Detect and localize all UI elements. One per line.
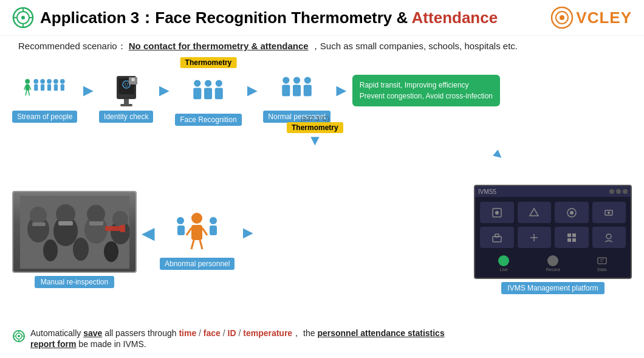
device-icon (108, 71, 145, 108)
svg-line-69 (200, 240, 202, 249)
svg-rect-17 (34, 84, 38, 91)
arrow-left-1: ◀ (142, 223, 155, 243)
ivms-cell-6 (518, 227, 552, 248)
svg-rect-56 (89, 221, 103, 225)
svg-point-35 (194, 80, 200, 86)
ivms-cell-5 (480, 227, 514, 248)
svg-rect-25 (60, 84, 64, 91)
normal-people-icon (276, 72, 318, 106)
svg-rect-36 (193, 88, 201, 100)
compass-icon (12, 7, 34, 29)
svg-rect-11 (26, 84, 29, 91)
svg-rect-82 (495, 234, 499, 237)
arrow-3: ► (244, 81, 261, 100)
svg-point-9 (560, 15, 564, 20)
svg-point-61 (104, 241, 118, 262)
ivms-cell-7 (555, 227, 589, 248)
header: Application 3：Face Recognition Thermomet… (0, 0, 644, 36)
svg-rect-40 (215, 88, 223, 100)
svg-rect-73 (210, 225, 217, 235)
diagram: Stream of people ► (0, 57, 644, 337)
ivms-screen: IVMS5 (474, 185, 632, 279)
svg-rect-50 (32, 222, 46, 226)
svg-rect-38 (204, 88, 212, 100)
ivms-cell-3 (555, 202, 589, 223)
svg-rect-53 (58, 221, 73, 225)
eye-icon (12, 329, 26, 343)
arrow-right-5: ► (239, 223, 256, 243)
thermo-badge-top: Thermometry (180, 57, 237, 68)
svg-line-68 (191, 240, 194, 249)
svg-point-60 (73, 238, 89, 261)
svg-line-14 (26, 91, 27, 95)
svg-point-78 (570, 211, 574, 215)
bottom-description: Automatically save all passers through t… (12, 328, 632, 349)
svg-point-55 (87, 205, 105, 223)
ivms-cell-1 (480, 202, 514, 223)
arrow-down-1: ▼ (307, 133, 322, 148)
svg-rect-63 (120, 225, 125, 232)
svg-point-34 (131, 78, 135, 81)
svg-point-22 (53, 79, 58, 84)
ivms-bottom-item-3: Stats (597, 255, 608, 272)
svg-line-67 (202, 228, 207, 235)
svg-point-41 (283, 77, 289, 83)
ivms-bottom-bar: Live Record Stats (475, 253, 631, 274)
arrow-2: ► (156, 81, 173, 100)
photo-box (12, 191, 137, 273)
svg-point-45 (304, 77, 310, 83)
logo-icon (550, 6, 574, 29)
svg-point-95 (18, 335, 20, 337)
svg-rect-65 (191, 225, 202, 240)
svg-rect-90 (598, 258, 606, 264)
ivms-item: IVMS5 (474, 185, 632, 294)
svg-point-58 (112, 211, 128, 227)
svg-rect-42 (282, 85, 290, 97)
svg-line-12 (24, 86, 25, 90)
svg-point-16 (33, 79, 38, 84)
svg-rect-21 (47, 84, 51, 91)
svg-point-37 (205, 80, 211, 86)
svg-line-66 (187, 228, 191, 235)
result-box: Rapid transit, Improving efficiency Prev… (352, 75, 500, 106)
svg-point-75 (495, 211, 499, 215)
abnormal-people-icon (174, 210, 220, 252)
brand-logo: VCLEY (550, 6, 632, 29)
ivms-bottom-item-1: Live (498, 255, 509, 272)
crowd-photo-icon (20, 196, 129, 269)
arrow-diag-down: ► (488, 145, 509, 165)
page-title: Application 3：Face Recognition Thermomet… (40, 7, 498, 29)
face-recog-icon (187, 75, 230, 109)
arrow-4: ► (333, 81, 350, 100)
vertical-connector: (≥37.3°C) Thermometry ▼ (287, 115, 343, 148)
svg-point-89 (606, 234, 611, 239)
svg-rect-71 (177, 225, 185, 235)
manual-inspection-item: Manual re-inspection (12, 191, 137, 288)
svg-line-13 (29, 86, 30, 90)
svg-rect-85 (567, 233, 571, 237)
svg-point-32 (127, 83, 128, 84)
svg-point-10 (25, 79, 30, 84)
svg-rect-46 (303, 85, 311, 97)
svg-rect-23 (53, 84, 57, 91)
flow-item-stream: Stream of people (12, 71, 77, 123)
flow-item-face-recog: Thermometry Face Recognition (175, 68, 241, 126)
bottom-flow-row: Manual re-inspection ◀ (12, 185, 632, 294)
svg-point-49 (30, 207, 47, 224)
svg-marker-76 (530, 208, 538, 216)
arrow-1: ► (80, 81, 97, 100)
svg-rect-44 (293, 85, 301, 97)
svg-point-72 (210, 217, 217, 224)
ivms-cell-8 (592, 227, 626, 248)
svg-point-39 (216, 80, 222, 86)
svg-point-2 (21, 16, 25, 19)
svg-point-52 (56, 204, 75, 224)
svg-rect-88 (572, 238, 576, 242)
ivms-bottom-item-2: Record (546, 255, 560, 272)
svg-point-31 (125, 83, 126, 84)
stream-people-icon (24, 72, 66, 107)
svg-rect-86 (572, 233, 576, 237)
svg-point-24 (60, 79, 65, 84)
svg-point-43 (293, 77, 300, 83)
flow-item-identity: Identity check (99, 71, 153, 123)
